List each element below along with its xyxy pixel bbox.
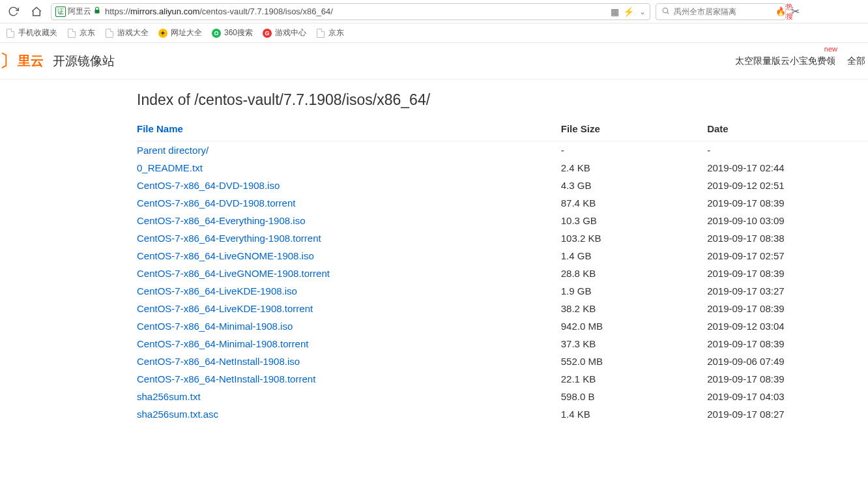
file-size: 2.4 KB [561, 159, 707, 177]
table-row: CentOS-7-x86_64-Everything-1908.torrent1… [137, 229, 868, 247]
col-header-date[interactable]: Date [707, 118, 868, 141]
bookmark-item[interactable]: 京东 [66, 27, 95, 38]
cert-badge: 证 [55, 7, 66, 17]
table-row: CentOS-7-x86_64-DVD-1908.iso4.3 GB2019-0… [137, 177, 868, 194]
file-link[interactable]: CentOS-7-x86_64-Everything-1908.torrent [137, 233, 321, 244]
address-bar[interactable]: 证 阿里云 https://mirrors.aliyun.com/centos-… [51, 3, 650, 20]
file-date: 2019-09-12 02:51 [707, 177, 868, 194]
file-table: File Name File Size Date Parent director… [137, 118, 868, 423]
favicon-gamecenter: G [263, 29, 272, 38]
file-date: 2019-09-17 04:03 [707, 388, 868, 405]
table-row: 0_README.txt2.4 KB2019-09-17 02:44 [137, 159, 868, 177]
file-link[interactable]: CentOS-7-x86_64-Everything-1908.iso [137, 215, 305, 226]
file-size: 10.3 GB [561, 212, 707, 229]
directory-listing: Index of /centos-vault/7.7.1908/isos/x86… [137, 91, 868, 423]
home-button[interactable] [27, 3, 46, 21]
page-title: Index of /centos-vault/7.7.1908/isos/x86… [137, 91, 868, 109]
file-link[interactable]: CentOS-7-x86_64-LiveKDE-1908.iso [137, 285, 297, 297]
new-tag: new [824, 45, 837, 53]
table-row: CentOS-7-x86_64-Minimal-1908.torrent37.3… [137, 335, 868, 353]
file-size: 552.0 MB [561, 353, 707, 370]
file-link[interactable]: Parent directory/ [137, 145, 209, 156]
file-size: 1.4 GB [561, 247, 707, 265]
file-date: 2019-09-17 03:27 [707, 282, 868, 300]
file-date: 2019-09-06 07:49 [707, 353, 868, 370]
file-link[interactable]: CentOS-7-x86_64-Minimal-1908.iso [137, 321, 293, 332]
bookmark-label: 京东 [328, 27, 344, 38]
site-identity[interactable]: 证 阿里云 [55, 6, 101, 17]
table-row: Parent directory/-- [137, 141, 868, 160]
file-size: 1.9 GB [561, 282, 707, 300]
file-size: 22.1 KB [561, 370, 707, 388]
bookmark-label: 360搜索 [224, 27, 253, 38]
table-row: CentOS-7-x86_64-NetInstall-1908.torrent2… [137, 370, 868, 388]
file-date: 2019-09-10 03:09 [707, 212, 868, 229]
file-link[interactable]: sha256sum.txt.asc [137, 409, 218, 420]
screenshot-button[interactable]: ✂ [791, 5, 800, 18]
header-all-link[interactable]: 全部 [847, 55, 865, 67]
file-date: - [707, 141, 868, 160]
bookmark-label: 京东 [80, 27, 95, 38]
table-row: CentOS-7-x86_64-DVD-1908.torrent87.4 KB2… [137, 194, 868, 212]
file-size: 103.2 KB [561, 229, 707, 247]
browser-search[interactable]: 🔥热搜 [656, 3, 786, 20]
table-row: sha256sum.txt.asc1.4 KB2019-09-17 08:27 [137, 405, 868, 423]
page-icon [68, 29, 76, 38]
file-size: 38.2 KB [561, 300, 707, 317]
svg-point-0 [663, 8, 668, 13]
file-size: 598.0 B [561, 388, 707, 405]
file-link[interactable]: CentOS-7-x86_64-Minimal-1908.torrent [137, 338, 308, 349]
bolt-icon[interactable]: ⚡ [623, 7, 634, 17]
table-row: CentOS-7-x86_64-NetInstall-1908.iso552.0… [137, 353, 868, 370]
bookmark-item[interactable]: 手机收藏夹 [5, 27, 57, 38]
bookmark-item[interactable]: G游戏中心 [262, 27, 306, 38]
col-header-size[interactable]: File Size [561, 118, 707, 141]
qr-icon[interactable]: ▦ [611, 7, 618, 17]
file-date: 2019-09-17 08:39 [707, 370, 868, 388]
bookmark-item[interactable]: O360搜索 [211, 27, 253, 38]
bookmark-label: 手机收藏夹 [18, 27, 57, 38]
logo-bracket-icon: 〕 [0, 50, 15, 72]
table-row: CentOS-7-x86_64-LiveKDE-1908.iso1.9 GB20… [137, 282, 868, 300]
search-input[interactable] [674, 7, 772, 16]
file-date: 2019-09-17 02:57 [707, 247, 868, 265]
hot-search-badge[interactable]: 🔥热搜 [775, 2, 793, 22]
header-right: new 太空限量版云小宝免费领 全部 [735, 55, 868, 67]
file-size: - [561, 141, 707, 160]
refresh-button[interactable] [4, 3, 22, 21]
col-header-name[interactable]: File Name [137, 118, 561, 141]
address-right-controls: ▦ ⚡ ⌄ [611, 7, 646, 17]
page-icon [7, 29, 14, 38]
bookmark-item[interactable]: ✦网址大全 [158, 27, 202, 38]
file-link[interactable]: CentOS-7-x86_64-DVD-1908.torrent [137, 197, 295, 209]
chevron-down-icon[interactable]: ⌄ [639, 7, 646, 16]
file-link[interactable]: CentOS-7-x86_64-LiveKDE-1908.torrent [137, 303, 313, 314]
file-link[interactable]: sha256sum.txt [137, 391, 201, 402]
promo-link[interactable]: new 太空限量版云小宝免费领 [735, 55, 835, 67]
bookmarks-bar: 手机收藏夹京东游戏大全✦网址大全O360搜索G游戏中心京东 [0, 23, 868, 43]
file-link[interactable]: 0_README.txt [137, 162, 203, 173]
page-icon [106, 29, 113, 38]
site-title: 开源镜像站 [53, 53, 115, 70]
file-date: 2019-09-12 03:04 [707, 317, 868, 335]
file-link[interactable]: CentOS-7-x86_64-LiveGNOME-1908.torrent [137, 268, 330, 279]
refresh-icon [8, 6, 19, 17]
file-link[interactable]: CentOS-7-x86_64-NetInstall-1908.iso [137, 356, 300, 367]
browser-toolbar: 证 阿里云 https://mirrors.aliyun.com/centos-… [0, 0, 868, 23]
file-size: 942.0 MB [561, 317, 707, 335]
file-link[interactable]: CentOS-7-x86_64-DVD-1908.iso [137, 180, 280, 191]
file-date: 2019-09-17 02:44 [707, 159, 868, 177]
bookmark-item[interactable]: 游戏大全 [104, 27, 149, 38]
home-icon [31, 6, 42, 18]
site-label: 阿里云 [68, 6, 91, 17]
bookmark-label: 游戏大全 [117, 27, 149, 38]
file-link[interactable]: CentOS-7-x86_64-LiveGNOME-1908.iso [137, 250, 314, 261]
bookmark-item[interactable]: 京东 [315, 27, 344, 38]
file-date: 2019-09-17 08:39 [707, 194, 868, 212]
file-date: 2019-09-17 08:38 [707, 229, 868, 247]
file-date: 2019-09-17 08:39 [707, 335, 868, 353]
file-link[interactable]: CentOS-7-x86_64-NetInstall-1908.torrent [137, 373, 315, 384]
aliyun-logo[interactable]: 〕里云 [0, 50, 44, 72]
file-size: 28.8 KB [561, 265, 707, 282]
file-size: 4.3 GB [561, 177, 707, 194]
